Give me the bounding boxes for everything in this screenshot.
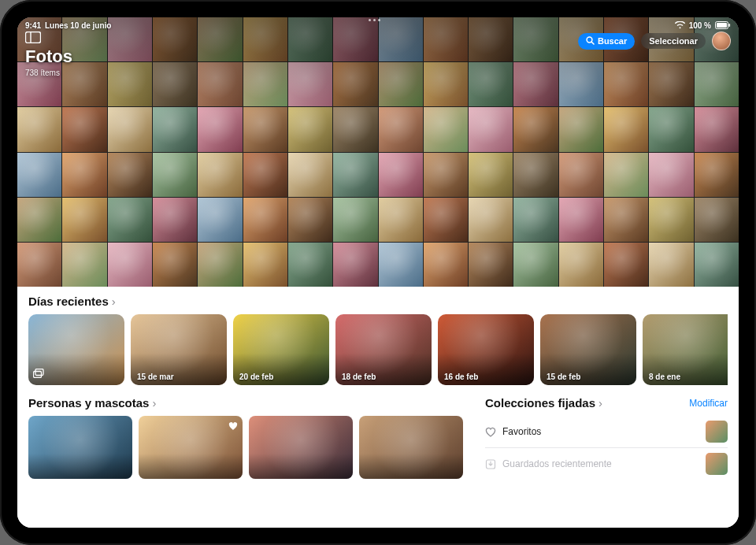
battery-icon xyxy=(715,21,731,29)
photo-thumb[interactable] xyxy=(288,153,332,197)
photo-thumb[interactable] xyxy=(108,153,152,197)
photo-thumb[interactable] xyxy=(513,153,558,197)
pinned-collections-title: Colecciones fijadas xyxy=(485,396,595,410)
select-button[interactable]: Seleccionar xyxy=(641,33,706,49)
photo-thumb[interactable] xyxy=(559,243,603,287)
photo-thumb[interactable] xyxy=(333,243,377,287)
photo-thumb[interactable] xyxy=(243,107,287,151)
pinned-collection-row[interactable]: Guardados recientemente xyxy=(485,448,728,480)
photo-thumb[interactable] xyxy=(604,243,648,287)
recent-day-label: 16 de feb xyxy=(444,373,478,381)
photo-thumb[interactable] xyxy=(288,198,332,242)
people-pets-header[interactable]: Personas y mascotas › xyxy=(28,396,469,410)
photo-thumb[interactable] xyxy=(695,243,739,287)
photo-thumb[interactable] xyxy=(198,107,242,151)
photo-thumb[interactable] xyxy=(424,198,468,242)
photo-thumb[interactable] xyxy=(469,107,513,151)
photo-thumb[interactable] xyxy=(513,243,558,287)
photo-thumb[interactable] xyxy=(695,153,739,197)
photo-thumb[interactable] xyxy=(243,198,287,242)
photo-thumb[interactable] xyxy=(288,243,332,287)
photo-thumb[interactable] xyxy=(559,153,603,197)
photo-thumb[interactable] xyxy=(559,107,603,151)
photo-thumb[interactable] xyxy=(379,243,423,287)
pinned-collection-row[interactable]: Favoritos xyxy=(485,416,728,448)
photo-thumb[interactable] xyxy=(108,107,152,151)
grid-drag-handle[interactable] xyxy=(369,19,387,21)
people-pet-card[interactable] xyxy=(139,416,243,479)
heart-outline-icon xyxy=(485,427,496,437)
recent-day-card[interactable] xyxy=(28,314,124,385)
photo-thumb[interactable] xyxy=(379,107,423,151)
photo-thumb[interactable] xyxy=(153,198,197,242)
photo-thumb[interactable] xyxy=(62,153,106,197)
app-title: Fotos xyxy=(25,46,72,67)
photo-thumb[interactable] xyxy=(649,243,693,287)
item-count: 738 ítems xyxy=(25,69,72,77)
recent-day-label: 20 de feb xyxy=(239,373,273,381)
photo-thumb[interactable] xyxy=(513,107,558,151)
photo-thumb[interactable] xyxy=(513,198,558,242)
chevron-right-icon: › xyxy=(112,295,116,308)
photo-thumb[interactable] xyxy=(469,243,513,287)
recent-day-card[interactable]: 15 de mar xyxy=(131,314,227,385)
photo-thumb[interactable] xyxy=(198,198,242,242)
photo-thumb[interactable] xyxy=(17,153,61,197)
photo-thumb[interactable] xyxy=(333,107,377,151)
photo-thumb[interactable] xyxy=(288,107,332,151)
photo-thumb[interactable] xyxy=(153,243,197,287)
recent-day-card[interactable]: 8 de ene xyxy=(643,314,728,385)
photo-thumb[interactable] xyxy=(604,153,648,197)
search-button[interactable]: Buscar xyxy=(578,33,635,50)
people-pets-row[interactable] xyxy=(28,416,469,479)
photo-thumb[interactable] xyxy=(469,198,513,242)
recent-day-card[interactable]: 18 de feb xyxy=(335,314,432,385)
photo-thumb[interactable] xyxy=(604,198,648,242)
photo-thumb[interactable] xyxy=(243,153,287,197)
photo-thumb[interactable] xyxy=(243,243,287,287)
recent-day-label: 18 de feb xyxy=(342,373,376,381)
photo-thumb[interactable] xyxy=(379,198,423,242)
recent-day-card[interactable]: 16 de feb xyxy=(438,314,534,385)
heart-icon xyxy=(228,420,238,434)
recent-days-row[interactable]: 15 de mar20 de feb18 de feb16 de feb15 d… xyxy=(28,314,728,385)
sidebar-toggle-button[interactable] xyxy=(25,32,72,43)
photo-thumb[interactable] xyxy=(108,198,152,242)
photo-thumb[interactable] xyxy=(153,153,197,197)
photo-thumb[interactable] xyxy=(649,107,693,151)
photo-thumb[interactable] xyxy=(695,107,739,151)
photo-thumb[interactable] xyxy=(424,107,468,151)
recent-day-card[interactable]: 15 de feb xyxy=(540,314,636,385)
svg-rect-7 xyxy=(34,372,42,378)
photo-thumb[interactable] xyxy=(333,198,377,242)
photo-thumb[interactable] xyxy=(17,198,61,242)
pinned-collections-header[interactable]: Colecciones fijadas › xyxy=(485,396,602,410)
photo-thumb[interactable] xyxy=(424,153,468,197)
photo-thumb[interactable] xyxy=(649,153,693,197)
photo-thumb[interactable] xyxy=(198,243,242,287)
photo-thumb[interactable] xyxy=(379,153,423,197)
photo-thumb[interactable] xyxy=(469,153,513,197)
recent-days-header[interactable]: Días recientes › xyxy=(28,295,728,308)
people-pet-card[interactable] xyxy=(249,416,353,479)
edit-pinned-button[interactable]: Modificar xyxy=(689,398,728,409)
photo-thumb[interactable] xyxy=(17,243,61,287)
people-pet-card[interactable] xyxy=(359,416,463,479)
photo-thumb[interactable] xyxy=(62,243,106,287)
recent-day-card[interactable]: 20 de feb xyxy=(233,314,329,385)
photo-thumb[interactable] xyxy=(62,198,106,242)
photo-thumb[interactable] xyxy=(559,198,603,242)
svg-rect-3 xyxy=(26,32,41,43)
photo-thumb[interactable] xyxy=(108,243,152,287)
photo-thumb[interactable] xyxy=(198,153,242,197)
photo-thumb[interactable] xyxy=(333,153,377,197)
photo-thumb[interactable] xyxy=(17,107,61,151)
photo-thumb[interactable] xyxy=(62,107,106,151)
photo-thumb[interactable] xyxy=(604,107,648,151)
profile-avatar[interactable] xyxy=(712,32,731,50)
photo-thumb[interactable] xyxy=(153,107,197,151)
photo-thumb[interactable] xyxy=(424,243,468,287)
people-pet-card[interactable] xyxy=(28,416,132,479)
photo-thumb[interactable] xyxy=(649,198,693,242)
photo-thumb[interactable] xyxy=(695,198,739,242)
